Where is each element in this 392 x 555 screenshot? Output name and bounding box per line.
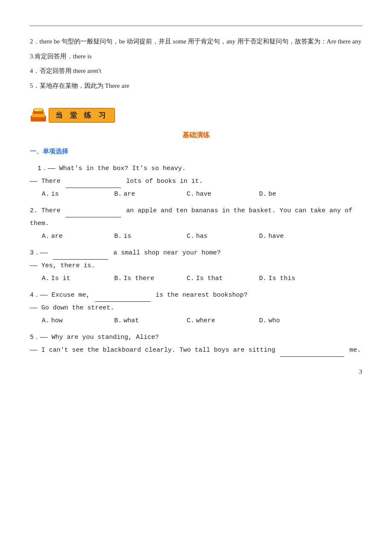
- books-icon: ★: [30, 107, 47, 123]
- top-divider: [30, 26, 362, 26]
- question-1-options: A. is B. are C. have D. be: [42, 191, 362, 198]
- question-5-line-1: 5．—— Why are you standing, Alice?: [30, 331, 362, 344]
- option-4-c: C. where: [187, 317, 259, 324]
- question-2: 2. There an apple and ten bananas in the…: [30, 205, 362, 240]
- option-2-b: B. is: [114, 233, 187, 240]
- blank-1: [66, 188, 121, 188]
- option-3-c: C. Is that: [187, 275, 259, 282]
- question-3-line-2: —— Yes, there is.: [30, 260, 362, 272]
- question-3: 3．—— a small shop near your home? —— Yes…: [30, 247, 362, 282]
- badge-label-box: 当 堂 练 习: [49, 108, 115, 123]
- option-2-a: A. are: [42, 233, 114, 240]
- option-2-d: D. have: [259, 233, 331, 240]
- option-1-a: A. is: [42, 191, 114, 198]
- option-4-a: A. how: [42, 317, 114, 324]
- page-number: 3: [359, 368, 363, 376]
- question-1: 1．—— What's in the box? It's so heavy. —…: [30, 162, 362, 198]
- blank-2: [66, 217, 121, 217]
- question-4-line-1: 4．—— Excuse me, is the nearest bookshop?: [30, 289, 362, 302]
- option-1-b: B. are: [114, 191, 187, 198]
- badge-label: 当 堂 练 习: [55, 110, 108, 120]
- question-4-options: A. how B. what C. where D. who: [42, 317, 362, 324]
- option-4-b: B. what: [114, 317, 187, 324]
- svg-rect-3: [34, 108, 43, 111]
- section-title: 基础演练: [30, 131, 362, 140]
- question-1-line-1: 1．—— What's in the box? It's so heavy.: [30, 162, 362, 175]
- note-2: 2．there be 句型的一般疑问句，be 动词提前，并且 some 用于肯定…: [30, 35, 362, 48]
- option-3-d: D. Is this: [259, 275, 331, 282]
- question-4-line-2: —— Go down the street.: [30, 302, 362, 315]
- page-container: 2．there be 句型的一般疑问句，be 动词提前，并且 some 用于肯定…: [0, 0, 392, 388]
- note-3: 3.肯定回答用．there is: [30, 50, 362, 63]
- option-1-c: C. have: [187, 191, 259, 198]
- question-2-line-1: 2. There an apple and ten bananas in the…: [30, 205, 362, 230]
- option-2-c: C. has: [187, 233, 259, 240]
- option-4-d: D. who: [259, 317, 331, 324]
- note-5: 5．某地存在某物，因此为 There are: [30, 80, 362, 92]
- question-3-line-1: 3．—— a small shop near your home?: [30, 247, 362, 260]
- note-4: 4．否定回答用 there aren't: [30, 65, 362, 77]
- question-5: 5．—— Why are you standing, Alice? —— I c…: [30, 331, 362, 357]
- question-3-options: A. Is it B. Is there C. Is that D. Is th…: [42, 275, 362, 282]
- question-2-options: A. are B. is C. has D. have: [42, 233, 362, 240]
- question-1-line-2: —— There lots of books in it.: [30, 175, 362, 188]
- practice-badge: ★ 当 堂 练 习: [30, 107, 115, 123]
- option-1-d: D. be: [259, 191, 331, 198]
- blank-5: [280, 356, 344, 357]
- question-5-line-2: —— I can't see the blackboard clearly. T…: [30, 344, 362, 357]
- notes-block: 2．there be 句型的一般疑问句，be 动词提前，并且 some 用于肯定…: [30, 35, 362, 92]
- section-subtitle: 一、单项选择: [30, 147, 362, 156]
- option-3-b: B. Is there: [114, 275, 187, 282]
- svg-text:★: ★: [36, 109, 38, 112]
- option-3-a: A. Is it: [42, 275, 114, 282]
- question-4: 4．—— Excuse me, is the nearest bookshop?…: [30, 289, 362, 324]
